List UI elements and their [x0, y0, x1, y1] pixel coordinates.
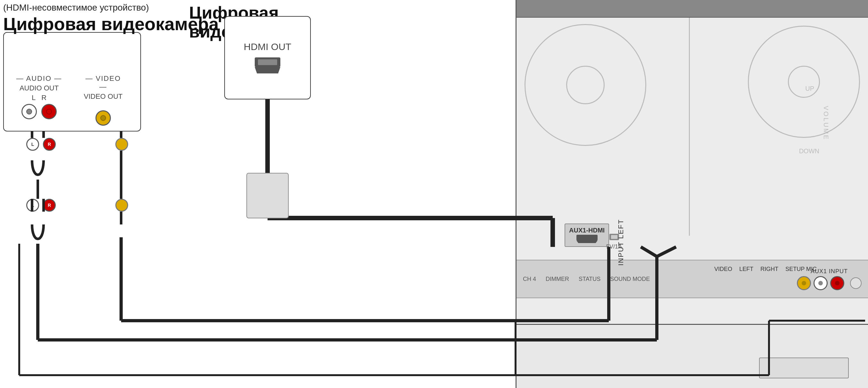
video-section: — VIDEO — VIDEO OUT	[81, 74, 126, 126]
svg-rect-6	[611, 235, 617, 239]
video-plug-bottom	[115, 199, 128, 212]
speaker-device: UP DOWN VOLUME CH 4 DIMMER STATUS SOUND …	[516, 0, 868, 388]
aux1-hdmi-label: AUX1-HDMI	[569, 227, 604, 234]
video-plug-top	[115, 138, 128, 151]
plug-l-bottom-white: L	[26, 199, 39, 212]
rca-white-inner	[26, 109, 32, 115]
r-label: R	[41, 94, 46, 102]
setup-mic-port	[850, 277, 862, 289]
bottom-stand	[517, 324, 868, 388]
down-label: DOWN	[799, 148, 819, 155]
aux1-hdmi-port-icon	[576, 234, 598, 244]
audio-out-label: AUDIO OUT	[10, 84, 68, 92]
left-conn-label: LEFT	[739, 266, 753, 273]
left-rca-inner	[818, 281, 823, 286]
right-rca-inner	[835, 281, 839, 286]
stand-rect	[759, 358, 849, 378]
audio-connector-row	[10, 104, 68, 119]
control-panel: CH 4 DIMMER STATUS SOUND MODE AUX1 INPUT	[517, 260, 868, 298]
sound-mode-label: SOUND MODE	[610, 276, 650, 282]
speaker-top-bar	[517, 0, 868, 18]
video-out-label: VIDEO OUT	[81, 92, 126, 101]
video-connector-row	[81, 110, 126, 126]
l-label: L	[32, 94, 36, 102]
right-rca-port	[830, 276, 844, 290]
rca-yellow-connector	[95, 110, 111, 126]
plug-video-bottom-yellow	[115, 199, 128, 212]
audio-section: — AUDIO — AUDIO OUT L R	[10, 74, 68, 119]
audio-dashes: — AUDIO —	[10, 74, 68, 83]
svg-rect-11	[247, 173, 288, 218]
plug-l-top-white: L	[26, 138, 39, 151]
volume-label: VOLUME	[822, 106, 830, 141]
aux1-connectors	[797, 276, 862, 290]
plug-r-top-red: R	[43, 138, 56, 151]
status-label: STATUS	[579, 276, 600, 282]
audio-plugs-bottom: L R	[26, 199, 56, 212]
digital-camera-box: HDMI OUT	[224, 16, 311, 99]
lr-row: L R	[10, 94, 68, 102]
ch4-label: CH 4	[523, 276, 536, 282]
speaker-circle-left-inner	[566, 66, 604, 104]
hdmi-out-label: HDMI OUT	[244, 41, 291, 52]
speaker-circle-right-inner	[788, 66, 820, 98]
video-rca-inner	[802, 281, 806, 286]
video-dashes: — VIDEO —	[81, 74, 126, 91]
rca-yellow-inner	[100, 115, 106, 121]
analog-camera-title: Цифровая видеокамера	[3, 13, 219, 34]
left-rca-port	[813, 276, 828, 290]
dimmer-label: DIMMER	[546, 276, 569, 282]
video-rca-port	[797, 276, 811, 290]
plug-video-top-yellow	[115, 138, 128, 151]
svg-marker-4	[577, 240, 597, 243]
svg-rect-3	[577, 235, 597, 240]
analog-camera-subtitle: (HDMI-несовместимое устройство)	[3, 3, 149, 13]
setup-mic-conn-label: SETUP MIC	[785, 266, 817, 273]
speaker-circle-left	[525, 24, 646, 146]
connector-labels-row: VIDEO LEFT RIGHT SETUP MIC	[714, 266, 817, 273]
vertical-divider	[689, 18, 690, 236]
video-conn-label: VIDEO	[714, 266, 732, 273]
audio-plugs-top: L R	[26, 138, 56, 151]
rca-red-connector	[41, 104, 57, 119]
aux1-hdmi-area: AUX1-HDMI	[564, 223, 609, 247]
analog-camera-box: — AUDIO — AUDIO OUT L R — VIDEO — VIDEO …	[3, 32, 141, 131]
rca-white-connector	[22, 104, 37, 119]
input-left-text: INPUT LEFT	[617, 219, 625, 266]
hdmi-port-icon	[253, 57, 282, 74]
main-container: — AUDIO — AUDIO OUT L R — VIDEO — VIDEO …	[0, 0, 868, 388]
svg-marker-1	[255, 67, 280, 73]
speaker-circle-right	[748, 26, 860, 138]
right-conn-label: RIGHT	[760, 266, 778, 273]
svg-rect-2	[258, 59, 277, 65]
plug-r-bottom-red: R	[43, 199, 56, 212]
up-label: UP	[805, 85, 814, 92]
rca-red-inner	[46, 109, 52, 115]
